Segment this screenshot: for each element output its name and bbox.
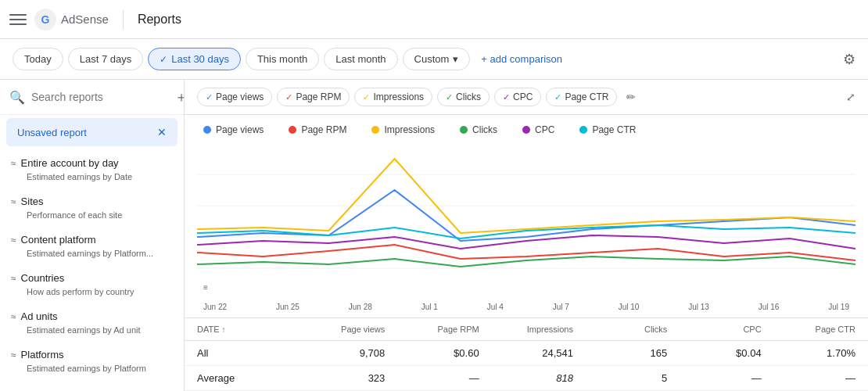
- sidebar-item-ad-units[interactable]: ≈ Ad units ⋮ Estimated earnings by Ad un…: [0, 303, 184, 341]
- metric-chip-impressions[interactable]: ✓ Impressions: [354, 88, 432, 106]
- sidebar-item-subtitle: Estimated earnings by Date: [11, 172, 173, 181]
- chip-label: Impressions: [373, 91, 424, 102]
- filter-thismonth[interactable]: This month: [246, 48, 319, 70]
- chart-area: Page views Page RPM Impressions Clicks C…: [185, 115, 868, 317]
- page-title: Reports: [138, 13, 181, 27]
- filter-lastmonth[interactable]: Last month: [324, 48, 397, 70]
- cell-cpc: —: [667, 372, 761, 384]
- metric-chip-page-views[interactable]: ✓ Page views: [197, 88, 272, 106]
- search-bar: 🔍 ＋: [0, 80, 184, 115]
- chips-list: ✓ Page views ✓ Page RPM ✓ Impressions ✓ …: [197, 88, 617, 106]
- cell-impressions: 24,541: [479, 347, 573, 359]
- chip-label: CPC: [513, 91, 533, 102]
- settings-btn[interactable]: ⚙: [843, 51, 855, 68]
- chip-check: ✓: [446, 92, 453, 102]
- sidebar-item-title: ≈ Ad units: [11, 310, 58, 322]
- expand-icon[interactable]: ⤢: [846, 91, 855, 103]
- chip-check: ✓: [503, 92, 510, 102]
- legend-item-page-views: Page views: [203, 124, 264, 135]
- table-row[interactable]: Average 323 — 818 5 — —: [185, 366, 868, 391]
- filter-today[interactable]: Today: [13, 48, 63, 70]
- cell-date: Average: [197, 372, 291, 384]
- metric-chip-clicks[interactable]: ✓ Clicks: [437, 88, 490, 106]
- col-header-impressions: Impressions: [479, 325, 573, 334]
- sidebar-item-countries[interactable]: ≈ Countries ⋮ How ads perform by country: [0, 264, 184, 303]
- wavy-icon: ≈: [11, 350, 16, 361]
- legend-item-page-ctr: Page CTR: [579, 124, 636, 135]
- add-report-icon[interactable]: ＋: [174, 88, 185, 106]
- legend-dot: [371, 126, 379, 134]
- cell-pagerpm: —: [385, 372, 479, 384]
- wavy-icon: ≈: [11, 311, 16, 322]
- chip-label: Page CTR: [565, 91, 608, 102]
- filter-last30[interactable]: ✓ Last 30 days: [148, 48, 241, 70]
- logo-area: G AdSense: [34, 9, 109, 30]
- filter-last7[interactable]: Last 7 days: [68, 48, 144, 70]
- top-bar: G AdSense Reports: [0, 0, 868, 39]
- chip-label: Page RPM: [296, 91, 341, 102]
- svg-text:≡: ≡: [203, 283, 208, 292]
- x-label: Jun 25: [276, 303, 299, 311]
- sidebar-item-content-platform[interactable]: ≈ Content platform ⋮ Estimated earnings …: [0, 226, 184, 264]
- cell-cpc: $0.04: [667, 347, 761, 359]
- x-label: Jul 16: [759, 303, 780, 311]
- col-header-pageviews: Page views: [291, 325, 385, 334]
- legend-dot: [579, 126, 587, 134]
- sidebar-item-entire-account[interactable]: ≈ Entire account by day ⋮ Estimated earn…: [0, 149, 184, 188]
- table-row[interactable]: All 9,708 $0.60 24,541 165 $0.04 1.70%: [185, 341, 868, 366]
- x-label: Jul 4: [487, 303, 504, 311]
- chart-x-labels: Jun 22Jun 25Jun 28Jul 1Jul 4Jul 7Jul 10J…: [197, 300, 855, 311]
- main-content: ✓ Page views ✓ Page RPM ✓ Impressions ✓ …: [185, 80, 868, 391]
- cell-date: All: [197, 347, 291, 359]
- table-header: DATE ↑ Page views Page RPM Impressions C…: [185, 318, 868, 341]
- sidebar-item-platforms[interactable]: ≈ Platforms ⋮ Estimated earnings by Plat…: [0, 341, 184, 379]
- x-label: Jul 13: [688, 303, 709, 311]
- hamburger-menu[interactable]: [9, 11, 27, 28]
- legend-label: Impressions: [384, 124, 435, 135]
- edit-metrics-icon[interactable]: ✏: [626, 91, 636, 103]
- metric-chip-page-ctr[interactable]: ✓ Page CTR: [546, 88, 617, 106]
- col-header-clicks: Clicks: [573, 325, 667, 334]
- unsaved-report-label: Unsaved report: [17, 127, 87, 138]
- cell-clicks: 5: [573, 372, 667, 384]
- wavy-icon: ≈: [11, 235, 16, 246]
- data-table: DATE ↑ Page views Page RPM Impressions C…: [185, 317, 868, 391]
- add-comparison-btn[interactable]: + add comparison: [475, 48, 569, 70]
- cell-pagectr: 1.70%: [762, 347, 855, 359]
- logo-text: AdSense: [61, 13, 109, 26]
- wavy-icon: ≈: [11, 158, 16, 169]
- unsaved-report-item[interactable]: Unsaved report ✕: [6, 118, 178, 146]
- col-header-date: DATE ↑: [197, 325, 291, 334]
- legend-label: Clicks: [472, 124, 497, 135]
- legend-dot: [289, 126, 296, 134]
- col-header-cpc: CPC: [667, 325, 761, 334]
- legend-dot: [203, 126, 211, 134]
- col-header-pagerpm: Page RPM: [385, 325, 479, 334]
- sidebar-item-subtitle: Performance of each site: [11, 210, 173, 220]
- check-icon: ✓: [160, 54, 167, 65]
- filter-bar: Today Last 7 days ✓ Last 30 days This mo…: [0, 39, 868, 80]
- cell-pagectr: —: [762, 372, 855, 384]
- search-input[interactable]: [31, 91, 168, 103]
- sidebar-item-subtitle: Estimated earnings by Platform: [11, 364, 173, 373]
- legend-dot: [522, 126, 530, 134]
- sidebar-item-sites[interactable]: ≈ Sites ⋮ Performance of each site: [0, 188, 184, 226]
- chart-legend: Page views Page RPM Impressions Clicks C…: [197, 124, 855, 143]
- chip-check: ✓: [554, 92, 561, 102]
- metric-chip-cpc[interactable]: ✓ CPC: [494, 88, 541, 106]
- metric-chip-page-rpm[interactable]: ✓ Page RPM: [277, 88, 350, 106]
- chip-label: Page views: [216, 91, 264, 102]
- chip-check: ✓: [206, 92, 213, 102]
- chip-label: Clicks: [456, 91, 481, 102]
- close-icon[interactable]: ✕: [157, 126, 167, 138]
- sidebar-item-subtitle: How ads perform by country: [11, 287, 173, 296]
- sort-icon[interactable]: ↑: [222, 325, 226, 334]
- legend-label: Page RPM: [301, 124, 346, 135]
- x-label: Jul 7: [553, 303, 569, 311]
- legend-label: Page views: [216, 124, 264, 135]
- sidebar-item-subtitle: Estimated earnings by Ad unit: [11, 325, 173, 335]
- filter-custom[interactable]: Custom ▾: [403, 48, 471, 70]
- x-label: Jul 19: [828, 303, 849, 311]
- legend-item-impressions: Impressions: [371, 124, 435, 135]
- x-label: Jul 1: [421, 303, 438, 311]
